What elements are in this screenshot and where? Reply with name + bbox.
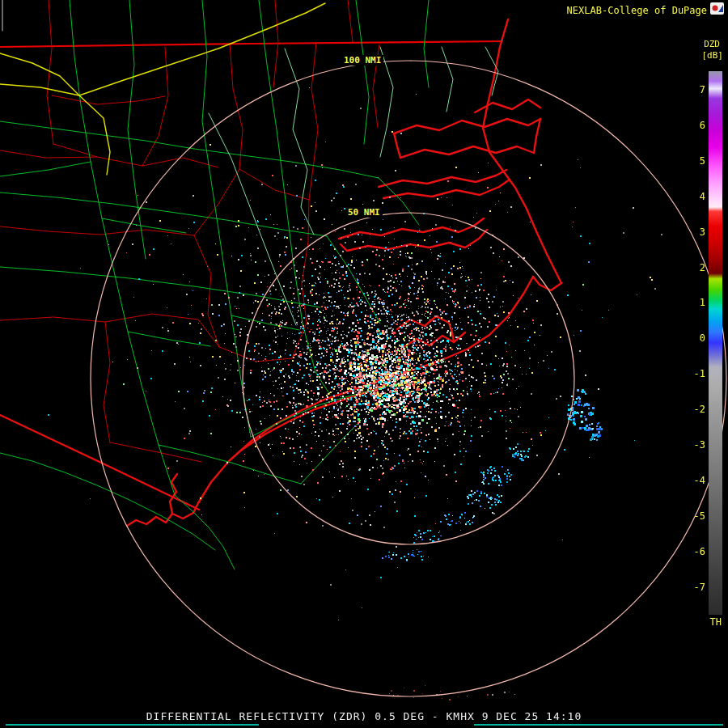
caption-underline-right — [474, 724, 723, 726]
colorbar-tick-4: 4 — [686, 191, 705, 202]
colorbar-tick-3: 3 — [686, 226, 705, 238]
colorbar-unit-label: [dB] — [702, 50, 724, 61]
cod-logo-icon — [710, 2, 725, 16]
colorbar-product-code: DZD — [704, 39, 720, 49]
colorbar-tick-6: 6 — [686, 120, 705, 131]
colorbar-tick--3: -3 — [686, 439, 705, 451]
colorbar-tick-0: 0 — [686, 332, 705, 344]
colorbar-tick-1: 1 — [686, 297, 705, 308]
product-caption: DIFFERENTIAL REFLECTIVITY (ZDR) 0.5 DEG … — [0, 710, 728, 722]
colorbar-tick-7: 7 — [686, 84, 705, 95]
colorbar-gradient — [709, 71, 722, 615]
colorbar-tick--2: -2 — [686, 404, 705, 415]
colorbar-tick-2: 2 — [686, 262, 705, 273]
colorbar-tick--7: -7 — [686, 582, 705, 593]
colorbar-tick--4: -4 — [686, 475, 705, 486]
radar-display: 100 NMI 50 NMI NEXLAB-College of DuPage … — [0, 0, 728, 728]
colorbar-bottom-label: TH — [710, 616, 722, 628]
colorbar-tick--6: -6 — [686, 546, 705, 557]
range-ring — [91, 61, 726, 696]
range-rings — [0, 0, 728, 728]
range-ring — [243, 213, 574, 544]
brand-text: NEXLAB-College of DuPage — [567, 5, 707, 16]
colorbar-tick--5: -5 — [686, 510, 705, 522]
range-ring-label-100nmi: 100 NMI — [341, 55, 383, 66]
caption-underline-left — [6, 724, 259, 726]
range-ring-label-50nmi: 50 NMI — [345, 207, 383, 218]
colorbar-tick-5: 5 — [686, 155, 705, 167]
colorbar-tick--1: -1 — [686, 368, 705, 379]
